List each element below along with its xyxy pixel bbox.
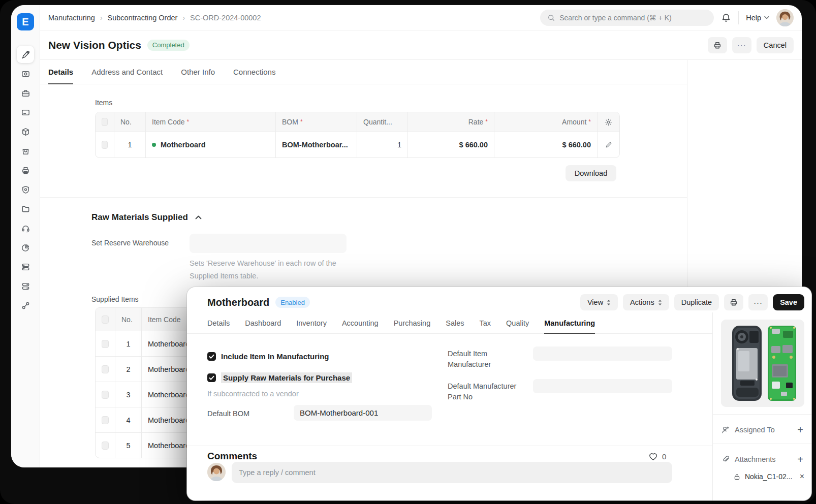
row-checkbox[interactable] [102,442,109,450]
search-icon [547,14,555,22]
cell-bom[interactable]: BOM-Motherboar... [282,141,348,149]
assigned-to-row: Assigned To + [713,421,811,438]
view-select[interactable]: View [580,294,618,310]
comment-input[interactable]: Type a reply / comment [232,462,672,483]
tab-purchasing[interactable]: Purchasing [394,312,431,333]
download-button[interactable]: Download [566,165,616,181]
webcam-icon [21,69,30,79]
print-button[interactable] [708,37,727,53]
sidebar-item-analytics[interactable] [17,239,34,256]
edit-pencil-icon[interactable] [605,141,613,149]
tab-other-info[interactable]: Other Info [181,60,215,84]
up-down-icon [658,299,662,306]
default-item-manufacturer-label: Default Item Manufacturer [448,349,509,370]
tab-details[interactable]: Details [207,312,230,333]
topbar-divider [738,11,739,24]
user-avatar[interactable] [776,9,794,26]
sidebar-item-tools[interactable] [17,46,34,63]
tab-details[interactable]: Details [48,60,73,84]
row-checkbox[interactable] [102,365,109,373]
row-checkbox[interactable] [102,141,108,149]
sidebar-item-stock[interactable] [17,123,34,140]
tab-connections[interactable]: Connections [233,60,275,84]
supply-raw-help: If subcontracted to a vendor [207,389,299,399]
page-title: New Vision Optics [48,39,141,51]
app-logo[interactable]: E [17,13,34,30]
attachment-name: Nokia_C1-02... [745,472,792,481]
include-item-label: Include Item In Manufacturing [221,352,329,361]
tab-quality[interactable]: Quality [506,312,529,333]
add-assignment-button[interactable]: + [797,424,803,436]
tab-inventory[interactable]: Inventory [296,312,327,333]
row-checkbox[interactable] [102,391,109,399]
checkbox-checked-icon[interactable] [207,373,216,382]
shopping-bag-icon [21,146,30,156]
sidebar-item-monitoring[interactable] [17,65,34,82]
sidebar-item-support[interactable] [17,219,34,237]
items-table-row[interactable]: 1 Motherboard BOM-Motherboar... 1 $ 660.… [96,132,619,158]
tab-sales[interactable]: Sales [446,312,464,333]
tab-tax[interactable]: Tax [480,312,491,333]
default-bom-label: Default BOM [207,408,249,419]
heart-icon[interactable] [648,452,658,461]
chevron-up-icon[interactable] [195,215,202,219]
enabled-badge: Enabled [275,297,310,308]
sidebar-item-selling[interactable] [17,142,34,160]
cancel-button[interactable]: Cancel [757,37,794,53]
item-image[interactable] [721,320,804,407]
remove-attachment-button[interactable]: × [800,472,804,481]
cell-item-code[interactable]: Motherboard [161,141,206,149]
lock-icon [733,473,741,481]
sidebar-item-quality[interactable] [17,181,34,198]
more-menu-button[interactable]: ··· [732,37,751,53]
row-checkbox[interactable] [102,416,109,424]
shield-icon [21,185,30,195]
item-status-dot [152,143,156,147]
database-icon [21,281,30,291]
reserve-warehouse-input[interactable] [190,234,347,253]
breadcrumb-manufacturing[interactable]: Manufacturing [48,14,95,22]
add-attachment-button[interactable]: + [797,454,803,465]
sidebar-item-files[interactable] [17,200,34,217]
checkbox-checked-icon[interactable] [207,352,216,361]
col-amount: Amount [562,118,586,126]
sidebar-item-card[interactable] [17,104,34,121]
sidebar-item-database[interactable] [17,277,34,295]
bell-icon[interactable] [721,13,731,23]
tab-address-and-contact[interactable]: Address and Contact [91,60,163,84]
search-input[interactable]: Search or type a command (⌘ + K) [540,10,714,26]
likes[interactable]: 0 [648,452,666,461]
integration-icon [21,301,30,310]
select-all-checkbox[interactable] [102,118,108,126]
breadcrumb-doc-id[interactable]: SC-ORD-2024-00002 [190,14,261,22]
assigned-to-label: Assigned To [735,426,775,434]
sidebar-item-print[interactable] [17,162,34,179]
actions-select[interactable]: Actions [623,294,669,310]
default-bom-input[interactable]: BOM-Motherboard-001 [294,405,432,421]
more-menu-button[interactable]: ··· [748,294,768,310]
save-button[interactable]: Save [773,294,804,310]
tab-dashboard[interactable]: Dashboard [245,312,281,333]
attachment-item[interactable]: Nokia_C1-02... × [713,469,811,484]
side-divider [713,414,811,415]
gear-icon[interactable] [604,118,613,127]
duplicate-button[interactable]: Duplicate [674,294,719,310]
sidebar-item-integrations[interactable] [17,297,34,314]
print-button[interactable] [724,294,743,310]
comments-divider [187,446,712,446]
col-no: No. [121,316,133,324]
select-all-checkbox[interactable] [102,316,109,324]
row-checkbox[interactable] [102,340,109,348]
tab-manufacturing[interactable]: Manufacturing [544,312,595,333]
help-menu[interactable]: Help [746,14,769,22]
default-manufacturer-part-no-input[interactable] [533,379,672,393]
breadcrumb-subcontracting-order[interactable]: Subcontracting Order [108,14,178,22]
cell-item-code: Motherboard [148,416,190,424]
sidebar-item-toolbox[interactable] [17,84,34,102]
tab-accounting[interactable]: Accounting [342,312,379,333]
default-item-manufacturer-input[interactable] [533,346,672,361]
screen-frame: E [0,0,816,504]
include-item-checkbox-row[interactable]: Include Item In Manufacturing [207,352,329,361]
supply-raw-checkbox-row[interactable]: Supply Raw Materials for Purchase [207,372,352,383]
sidebar-item-servers[interactable] [17,258,34,275]
